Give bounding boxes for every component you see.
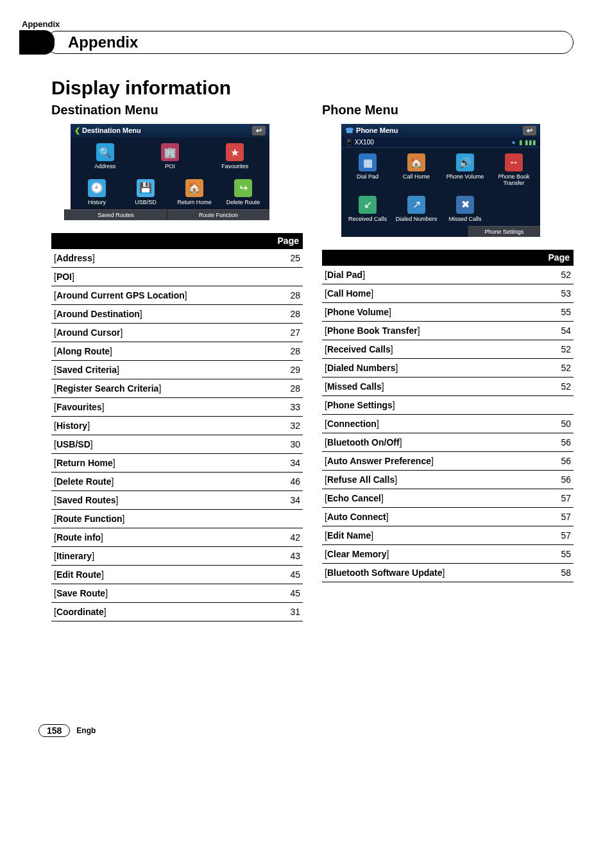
menu-icon: ▦ xyxy=(359,153,377,171)
index-row: Dialed Numbers52 xyxy=(322,358,574,377)
menu-icon: ★ xyxy=(226,143,244,161)
index-entry-page: 28 xyxy=(272,342,303,360)
language-code: Engb xyxy=(76,726,96,735)
index-entry-page: 45 xyxy=(272,565,303,584)
index-entry-page: 53 xyxy=(543,284,574,302)
index-entry-label: Favourites xyxy=(54,402,105,412)
index-entry-label: Connection xyxy=(325,419,379,429)
page-footer: 158 Engb xyxy=(38,724,574,737)
index-entry-page: 52 xyxy=(543,340,574,358)
index-entry-label: Phone Book Transfer xyxy=(325,326,420,336)
index-entry-label: Refuse All Calls xyxy=(325,474,397,485)
index-entry-page: 50 xyxy=(543,414,574,433)
index-entry-page: 28 xyxy=(272,379,303,397)
main-heading: Display information xyxy=(51,77,574,99)
menu-label: History xyxy=(73,200,121,206)
menu-label: Delete Route xyxy=(219,200,267,206)
index-entry-page: 28 xyxy=(272,304,303,323)
index-entry-page: 45 xyxy=(272,584,303,602)
menu-item: ↔Phone Book Transfer xyxy=(490,152,538,189)
index-row: Around Cursor27 xyxy=(51,323,303,342)
index-entry-label: Bluetooth On/Off xyxy=(325,437,402,447)
index-entry-label: Around Destination xyxy=(54,309,142,319)
index-row: Connection50 xyxy=(322,414,574,433)
index-entry-page: 30 xyxy=(272,435,303,453)
menu-item: ↪Delete Route xyxy=(219,177,267,208)
index-entry-page: 55 xyxy=(543,302,574,321)
phone-menu-screenshot: ☎ Phone Menu ↩ 📱 XX100 ● ▮ ▮▮▮ ▦Dial Pad… xyxy=(341,124,540,237)
index-entry-page: 55 xyxy=(543,544,574,563)
index-entry-page: 57 xyxy=(543,489,574,507)
index-row: Bluetooth Software Update58 xyxy=(322,563,574,582)
menu-label: Return Home xyxy=(171,200,218,206)
footer-saved-routes: Saved Routes xyxy=(64,209,167,220)
index-entry-page: 57 xyxy=(543,526,574,544)
index-entry-label: Address xyxy=(54,253,95,263)
menu-icon: ✖ xyxy=(456,196,474,214)
index-row: Itinerary43 xyxy=(51,546,303,565)
menu-item: 🔍Address xyxy=(73,141,137,172)
index-entry-label: Saved Criteria xyxy=(54,365,119,375)
chapter-tab xyxy=(19,30,55,55)
index-row: History32 xyxy=(51,416,303,435)
index-entry-page xyxy=(543,395,574,414)
index-entry-label: Along Route xyxy=(54,346,112,356)
index-row: Clear Memory55 xyxy=(322,544,574,563)
index-entry-label: Call Home xyxy=(325,288,373,299)
index-entry-page: 31 xyxy=(272,602,303,621)
index-row: Return Home34 xyxy=(51,453,303,472)
left-column: Destination Menu ❮ Destination Menu ↩ 🔍A… xyxy=(51,103,303,621)
index-row: Received Calls52 xyxy=(322,340,574,358)
index-entry-label: Route info xyxy=(54,532,103,542)
index-row: Edit Route45 xyxy=(51,565,303,584)
phone-menu-heading: Phone Menu xyxy=(322,103,574,117)
index-row: USB/SD30 xyxy=(51,435,303,453)
index-entry-label: Echo Cancel xyxy=(325,493,384,503)
index-entry-label: Phone Settings xyxy=(325,400,395,410)
index-entry-label: Missed Calls xyxy=(325,381,384,392)
index-entry-page: 58 xyxy=(543,563,574,582)
index-entry-label: Edit Name xyxy=(325,530,373,541)
index-entry-label: Delete Route xyxy=(54,476,114,487)
index-row: Auto Connect57 xyxy=(322,507,574,526)
destination-index-table: Page Address25POIAround Current GPS Loca… xyxy=(51,233,303,621)
menu-label: POI xyxy=(138,164,201,170)
index-entry-page: 56 xyxy=(543,470,574,489)
index-row: Phone Volume55 xyxy=(322,302,574,321)
index-row: Coordinate31 xyxy=(51,602,303,621)
index-entry-page: 27 xyxy=(272,323,303,342)
index-entry-page xyxy=(272,267,303,286)
index-entry-label: Phone Volume xyxy=(325,307,391,317)
menu-icon: 💾 xyxy=(137,179,155,197)
index-entry-page xyxy=(272,509,303,528)
index-row: Missed Calls52 xyxy=(322,377,574,395)
index-entry-page: 54 xyxy=(543,321,574,340)
index-entry-label: Auto Connect xyxy=(325,512,389,522)
page-number: 158 xyxy=(38,724,70,737)
menu-icon: 🏠 xyxy=(185,179,203,197)
menu-item: ↗Dialed Numbers xyxy=(393,194,440,225)
index-entry-page: 29 xyxy=(272,360,303,379)
index-entry-page: 52 xyxy=(543,358,574,377)
menu-icon: ↔ xyxy=(505,153,523,171)
index-row: Call Home53 xyxy=(322,284,574,302)
screenshot-title: ❮ Destination Menu xyxy=(74,126,141,135)
menu-icon: ↗ xyxy=(407,196,425,214)
index-entry-page: 33 xyxy=(272,397,303,416)
phone-index-table: Page Dial Pad52Call Home53Phone Volume55… xyxy=(322,250,574,582)
index-row: Delete Route46 xyxy=(51,472,303,490)
menu-icon: 🕘 xyxy=(88,179,106,197)
menu-icon: 🏠 xyxy=(407,153,425,171)
index-row: Dial Pad52 xyxy=(322,265,574,284)
index-entry-label: Dial Pad xyxy=(325,270,365,280)
index-entry-page: 42 xyxy=(272,528,303,546)
menu-item: ▦Dial Pad xyxy=(344,152,391,189)
right-column: Phone Menu ☎ Phone Menu ↩ 📱 XX100 ● ▮ ▮▮… xyxy=(322,103,574,621)
menu-item: ✖Missed Calls xyxy=(441,194,489,225)
index-entry-label: Around Cursor xyxy=(54,327,123,338)
menu-icon: 🏢 xyxy=(161,143,179,161)
menu-icon: 🔍 xyxy=(96,143,114,161)
menu-item: 💾USB/SD xyxy=(122,177,169,208)
menu-item xyxy=(490,194,538,225)
menu-icon: 🔊 xyxy=(456,153,474,171)
